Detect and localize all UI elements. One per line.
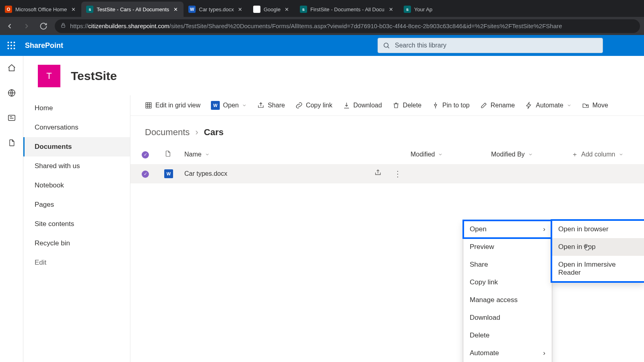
svg-rect-16: [146, 103, 151, 108]
app-launcher-icon[interactable]: [5, 39, 18, 52]
browser-tab[interactable]: W Car types.docx ✕: [184, 2, 248, 17]
select-all-toggle[interactable]: [142, 151, 149, 158]
close-icon[interactable]: ✕: [70, 6, 76, 12]
brand-label[interactable]: SharePoint: [25, 41, 63, 50]
nav-recycle-bin[interactable]: Recycle bin: [23, 234, 130, 253]
more-actions-icon[interactable]: ⋮: [394, 169, 401, 179]
nav-site-contents[interactable]: Site contents: [23, 214, 130, 234]
word-icon: W: [211, 101, 220, 110]
svg-point-4: [8, 45, 9, 46]
search-input[interactable]: Search this library: [378, 38, 603, 53]
browser-toolbar: https://citizenbuilders.sharepoint.com/s…: [0, 17, 644, 35]
file-type-icon: [164, 150, 184, 159]
globe-icon[interactable]: [7, 88, 17, 98]
add-column-button[interactable]: ＋ Add column: [572, 150, 644, 159]
nav-notebook[interactable]: Notebook: [23, 176, 130, 195]
search-placeholder: Search this library: [395, 42, 446, 49]
browser-tab[interactable]: s FirstSite - Documents - All Docu ✕: [295, 2, 399, 17]
nav-pages[interactable]: Pages: [23, 195, 130, 214]
close-icon[interactable]: ✕: [388, 6, 394, 12]
tab-title: TestSite - Cars - All Documents: [97, 6, 169, 12]
nav-conversations[interactable]: Conversations: [23, 118, 130, 137]
file-name[interactable]: Car types.docx: [184, 170, 227, 177]
download-button[interactable]: Download: [343, 102, 382, 109]
pin-button[interactable]: Pin to top: [432, 102, 470, 109]
move-button[interactable]: Move: [582, 102, 608, 109]
address-bar[interactable]: https://citizenbuilders.sharepoint.com/s…: [55, 19, 640, 33]
close-icon[interactable]: ✕: [284, 6, 290, 12]
breadcrumb-current: Cars: [204, 127, 224, 138]
column-modified[interactable]: Modified: [411, 151, 491, 158]
share-icon[interactable]: [374, 169, 382, 179]
delete-button[interactable]: Delete: [392, 102, 421, 109]
menu-delete[interactable]: Delete: [463, 327, 552, 344]
lock-icon: [60, 23, 66, 29]
browser-tab[interactable]: s Your Ap: [399, 2, 437, 17]
table-row[interactable]: W Car types.docx ⋮: [130, 164, 644, 183]
reload-button[interactable]: [38, 21, 49, 32]
menu-download[interactable]: Download: [463, 309, 552, 327]
menu-share[interactable]: Share: [463, 256, 552, 274]
menu-manage-access[interactable]: Manage access: [463, 291, 552, 309]
column-modified-by[interactable]: Modified By: [491, 151, 572, 158]
column-headers: Name Modified Modified By ＋ Add column: [130, 145, 644, 164]
svg-point-7: [8, 48, 9, 49]
svg-point-1: [8, 42, 9, 43]
site-title[interactable]: TestSite: [71, 69, 117, 83]
tab-title: FirstSite - Documents - All Docu: [310, 6, 384, 12]
page-content: Edit in grid view WOpen Share Copy link …: [130, 95, 644, 362]
sharepoint-icon: s: [300, 6, 307, 13]
forward-button[interactable]: [21, 21, 32, 32]
edit-grid-button[interactable]: Edit in grid view: [145, 102, 200, 109]
tab-title: Your Ap: [414, 6, 432, 12]
nav-edit[interactable]: Edit: [23, 253, 130, 272]
share-button[interactable]: Share: [257, 102, 285, 109]
global-nav-rail: [0, 56, 23, 362]
column-name[interactable]: Name: [184, 151, 411, 158]
breadcrumb-root[interactable]: Documents: [145, 127, 190, 138]
submenu-open-immersive[interactable]: Open in Immersive Reader: [552, 256, 644, 282]
svg-rect-13: [8, 115, 15, 121]
side-nav: Home Conversations Documents Shared with…: [23, 95, 130, 362]
copy-link-button[interactable]: Copy link: [295, 102, 332, 109]
menu-open[interactable]: Open ›: [463, 220, 552, 238]
open-button[interactable]: WOpen: [211, 101, 247, 110]
svg-point-5: [10, 45, 12, 46]
nav-documents[interactable]: Documents: [23, 137, 130, 156]
command-bar: Edit in grid view WOpen Share Copy link …: [130, 95, 644, 116]
automate-button[interactable]: Automate: [525, 102, 571, 109]
svg-point-9: [14, 48, 15, 49]
home-icon[interactable]: [7, 63, 17, 73]
back-button[interactable]: [4, 21, 15, 32]
nav-shared[interactable]: Shared with us: [23, 156, 130, 176]
svg-point-8: [10, 48, 12, 49]
submenu-open-app[interactable]: Open in app: [552, 238, 644, 256]
tab-title: Microsoft Office Home: [15, 6, 67, 12]
svg-rect-0: [62, 25, 65, 27]
rename-button[interactable]: Rename: [480, 102, 515, 109]
sharepoint-icon: s: [404, 6, 411, 13]
nav-home[interactable]: Home: [23, 99, 130, 118]
menu-automate[interactable]: Automate›: [463, 344, 552, 362]
office-icon: O: [5, 6, 12, 13]
row-select-toggle[interactable]: [142, 171, 149, 178]
files-icon[interactable]: [7, 138, 17, 148]
news-icon[interactable]: [7, 113, 17, 123]
close-icon[interactable]: ✕: [172, 6, 179, 12]
browser-tab[interactable]: s TestSite - Cars - All Documents ✕: [81, 2, 184, 17]
svg-line-11: [388, 47, 389, 48]
browser-tab-strip: O Microsoft Office Home ✕ s TestSite - C…: [0, 0, 644, 17]
open-submenu: Open in browser Open in app Open in Imme…: [551, 220, 644, 282]
tab-title: Google: [264, 6, 281, 12]
close-icon[interactable]: ✕: [237, 6, 244, 12]
menu-copy-link[interactable]: Copy link: [463, 274, 552, 291]
site-logo[interactable]: T: [38, 65, 60, 87]
sharepoint-icon: s: [86, 6, 93, 13]
menu-preview[interactable]: Preview: [463, 238, 552, 256]
browser-tab[interactable]: O Microsoft Office Home ✕: [0, 2, 81, 17]
tab-title: Car types.docx: [199, 6, 234, 12]
submenu-open-browser[interactable]: Open in browser: [552, 220, 644, 238]
browser-tab[interactable]: G Google ✕: [248, 2, 295, 17]
chevron-right-icon: ›: [543, 349, 545, 357]
svg-point-10: [384, 43, 388, 47]
